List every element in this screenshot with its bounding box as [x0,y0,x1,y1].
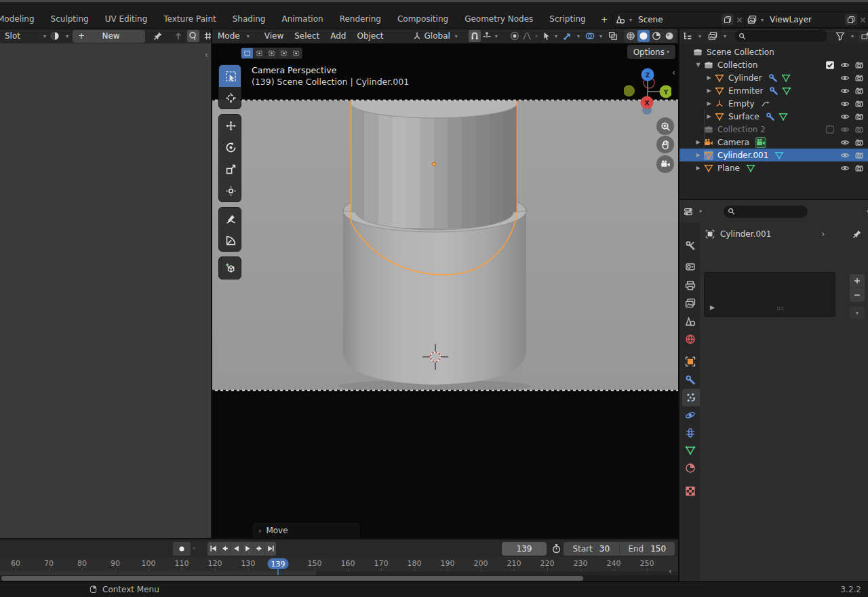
shading-rendered-button[interactable] [663,30,675,42]
select-mode-invert-button[interactable] [278,48,290,58]
hide-in-viewport-icon[interactable] [840,151,850,160]
stopwatch-icon[interactable] [551,543,561,554]
outliner-row-emmiter[interactable]: ▶Emmiter [679,84,868,97]
end-frame-field[interactable]: End 150 [620,542,675,556]
disable-in-renders-icon[interactable] [855,73,865,83]
timeline-ruler[interactable]: 6070809010011012013015016017018019020021… [0,557,679,571]
region-divider[interactable] [678,28,679,581]
disclosure-closed-icon[interactable]: ▶ [704,100,714,107]
shading-material-button[interactable] [650,30,663,42]
hide-in-viewport-icon[interactable] [840,138,850,147]
disable-in-renders-icon[interactable] [855,138,865,147]
pin-icon[interactable] [153,31,163,41]
camera-view-button[interactable] [656,155,674,173]
tool-move[interactable] [219,115,241,136]
timeline-scrollbar[interactable] [1,576,583,581]
grip-dots-icon[interactable] [776,305,785,312]
current-frame-badge[interactable]: 139 [268,558,289,569]
workspace-tab-uv-editing[interactable]: UV Editing [97,11,156,28]
image-editor-canvas[interactable] [0,43,211,539]
hide-in-viewport-icon[interactable] [840,99,850,109]
remove-particle-system-button[interactable] [850,288,865,302]
region-divider[interactable] [0,538,679,539]
falloff-curve-icon[interactable] [522,31,532,41]
operator-panel-move[interactable]: › Move [252,522,361,539]
collapse-arrow[interactable]: ‹ [205,52,208,58]
viewlayer-selector[interactable]: ▾ ViewLayer [744,12,868,28]
snap-target-icon[interactable] [482,31,492,41]
workspace-tab-scripting[interactable]: Scripting [541,11,593,28]
pan-button[interactable] [656,136,674,153]
properties-tab-object-data[interactable] [681,442,700,459]
properties-tab-material[interactable] [681,459,700,477]
proportional-editing-toggle[interactable] [509,30,521,42]
previous-keyframe-button[interactable] [219,542,230,556]
shading-wireframe-button[interactable] [625,30,637,42]
new-image-button[interactable]: + New [73,30,145,43]
disclosure-closed-icon[interactable]: ▶ [693,152,703,158]
properties-tab-modifiers[interactable] [681,371,700,389]
axis-negy-ball[interactable] [624,85,635,97]
outliner-row-collection-2[interactable]: Collection 2 [679,123,868,136]
tool-annotate[interactable] [219,208,241,229]
workspace-tab-rendering[interactable]: Rendering [332,11,389,28]
workspace-tab-sculpting[interactable]: Sculpting [43,11,97,28]
zoom-button[interactable] [656,117,674,135]
disable-in-renders-icon[interactable] [855,86,865,96]
properties-tab-object[interactable] [681,353,700,370]
menu-add[interactable]: Add [325,31,351,41]
new-collection-button[interactable] [859,31,868,41]
breadcrumb[interactable]: Cylinder.001 [720,229,771,239]
outliner-row-empty[interactable]: ▶Empty [679,97,868,110]
disclosure-closed-icon[interactable]: ▶ [693,165,703,171]
collection-checkbox[interactable] [825,60,835,70]
viewlayer-name[interactable]: ViewLayer [766,15,843,24]
options-button[interactable]: Options ▾ [627,45,675,59]
properties-tab-texture[interactable] [681,482,700,500]
outliner-row-plane[interactable]: ▶Plane [679,161,868,174]
disable-in-renders-icon[interactable] [855,60,865,70]
outliner-row-collection[interactable]: ▼Collection [679,58,868,71]
outliner-row-cylinder-001[interactable]: ▶Cylinder.001 [679,149,868,161]
hide-in-viewport-icon[interactable] [840,73,850,83]
outliner-row-cylinder[interactable]: ▶Cylinder [679,71,868,84]
outliner-search-input[interactable] [734,30,827,42]
disclosure-closed-icon[interactable]: ▶ [704,113,714,119]
menu-select[interactable]: Select [289,31,325,41]
copy-scene-button[interactable] [722,14,734,25]
object-visibility-icon[interactable] [542,31,551,41]
properties-tab-tool[interactable] [681,237,700,254]
disable-in-renders-icon[interactable] [855,99,865,109]
menu-view[interactable]: View [259,31,289,41]
disclosure-closed-icon[interactable]: ▶ [704,75,714,81]
properties-tab-particles[interactable] [682,389,700,406]
disclosure-closed-icon[interactable]: ▶ [693,139,703,145]
orientation-dropdown[interactable]: Global ▾ [412,31,458,41]
properties-search-input[interactable] [724,206,808,218]
disclosure-closed-icon[interactable]: ▶ [704,88,714,94]
hide-in-viewport-icon[interactable] [840,60,850,70]
workspace-tab-modeling[interactable]: Modeling [0,11,43,28]
hide-in-viewport-icon[interactable] [840,112,850,121]
region-divider[interactable] [211,28,212,539]
disclosure-open-icon[interactable]: ▼ [693,62,703,68]
hide-in-viewport-icon[interactable] [840,86,850,96]
hide-in-viewport-icon[interactable] [840,125,850,134]
workspace-tab-shading[interactable]: Shading [224,11,274,28]
workspace-tab-animation[interactable]: Animation [273,11,331,28]
pin-icon[interactable] [852,229,862,239]
collapse-arrow[interactable]: ‹ [672,69,675,76]
xray-toggle-icon[interactable] [608,31,618,41]
workspace-tab-geometry-nodes[interactable]: Geometry Nodes [456,11,541,28]
disable-in-renders-icon[interactable] [855,151,865,160]
close-icon[interactable] [736,16,743,24]
mode-dropdown[interactable]: Mode [216,31,245,41]
properties-tab-view-layer[interactable] [681,294,700,312]
navigation-gizmo[interactable]: Z Y X [624,68,671,115]
properties-editor-icon[interactable] [684,207,693,216]
tool-add-cube[interactable] [219,257,241,279]
expand-arrow-icon[interactable]: ▶ [710,304,715,311]
specials-menu-button[interactable]: ▾ [850,307,865,319]
outliner-row-scene-collection[interactable]: Scene Collection [679,45,868,58]
gizmos-toggle[interactable] [561,30,574,42]
